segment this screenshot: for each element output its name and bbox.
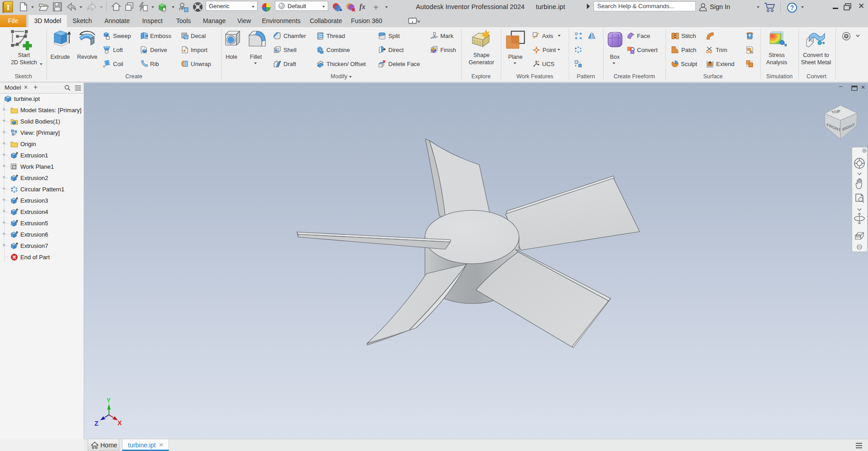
svg-text:M: M <box>145 34 148 38</box>
svg-text:Y: Y <box>107 397 111 404</box>
svg-text:X: X <box>118 419 122 427</box>
svg-text:I: I <box>7 3 10 12</box>
svg-text:?: ? <box>790 4 794 11</box>
svg-text:Z: Z <box>94 420 99 427</box>
